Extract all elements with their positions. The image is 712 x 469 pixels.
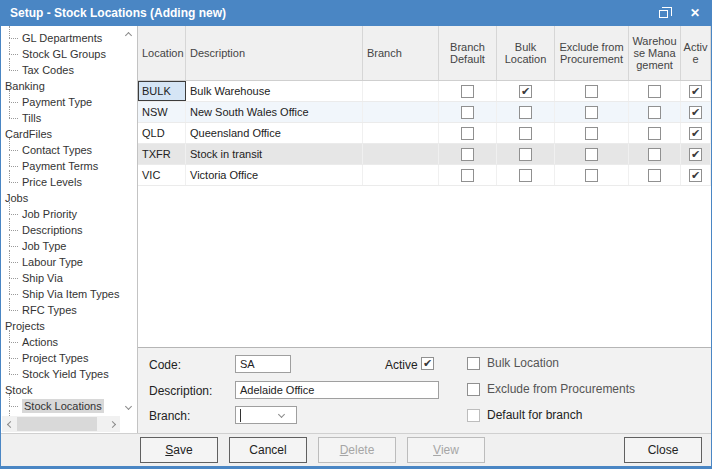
table-row-vic[interactable]: VIC Victoria Office (138, 165, 711, 186)
cell-branch[interactable] (363, 123, 439, 143)
sidebar-item-contact-types[interactable]: Contact Types (9, 142, 119, 158)
sidebar-item-payment-type[interactable]: Payment Type (9, 94, 119, 110)
cell-branch-default[interactable] (439, 123, 497, 143)
cell-branch[interactable] (363, 102, 439, 122)
sidebar-item-stock-gl-groups[interactable]: Stock GL Groups (9, 46, 119, 62)
cell-branch[interactable] (363, 81, 439, 101)
cell-warehouse-management[interactable] (629, 123, 681, 143)
cell-exclude-from-procurement[interactable] (555, 144, 629, 164)
cell-description[interactable]: New South Wales Office (186, 102, 363, 122)
cell-exclude-from-procurement[interactable] (555, 81, 629, 101)
sidebar-horizontal-scrollbar[interactable] (2, 416, 120, 432)
active-checkbox[interactable] (421, 357, 434, 370)
branch-combobox[interactable] (235, 406, 297, 424)
sidebar-item-rfc-types[interactable]: RFC Types (9, 302, 119, 318)
cell-exclude-from-procurement[interactable] (555, 102, 629, 122)
branch-default-checkbox[interactable] (461, 85, 474, 98)
active-checkbox[interactable] (689, 169, 702, 182)
exclude-checkbox[interactable] (585, 127, 598, 140)
sidebar-item-labour-type[interactable]: Labour Type (9, 254, 119, 270)
warehouse-checkbox[interactable] (648, 106, 661, 119)
branch-default-checkbox[interactable] (461, 169, 474, 182)
column-header-warehouse-management[interactable]: Warehouse Management (629, 26, 681, 80)
cell-description[interactable]: Stock in transit (186, 144, 363, 164)
table-row-bulk[interactable]: BULK Bulk Warehouse (138, 81, 711, 102)
sidebar-group-cardfiles[interactable]: CardFiles (1, 126, 119, 142)
cell-bulk-location[interactable] (497, 102, 555, 122)
sidebar-item-price-levels[interactable]: Price Levels (9, 174, 119, 190)
scrollbar-thumb[interactable] (17, 417, 97, 431)
cell-warehouse-management[interactable] (629, 81, 681, 101)
bulk-location-checkbox[interactable] (519, 127, 532, 140)
sidebar-group-projects[interactable]: Projects (1, 318, 119, 334)
sidebar-item-stock-locations[interactable]: Stock Locations (9, 398, 119, 414)
exclude-procurements-option[interactable]: Exclude from Procurements (467, 382, 635, 396)
sidebar-item-payment-terms[interactable]: Payment Terms (9, 158, 119, 174)
cancel-button[interactable]: Cancel (229, 437, 307, 463)
column-header-description[interactable]: Description (186, 26, 363, 80)
scroll-down-button[interactable] (122, 400, 136, 414)
sidebar-item-project-types[interactable]: Project Types (9, 350, 119, 366)
cell-branch[interactable] (363, 144, 439, 164)
delete-button[interactable]: Delete (318, 437, 396, 463)
close-button-bottom[interactable]: Close (624, 437, 702, 463)
active-checkbox[interactable] (689, 85, 702, 98)
column-header-exclude-from-procurement[interactable]: Exclude from Procurement (555, 26, 629, 80)
sidebar-vertical-scrollbar[interactable] (121, 27, 136, 414)
branch-default-checkbox[interactable] (461, 106, 474, 119)
sidebar-group-stock[interactable]: Stock (1, 382, 119, 398)
description-input[interactable]: Adelaide Office (235, 381, 439, 399)
sidebar-item-gl-departments[interactable]: GL Departments (9, 30, 119, 46)
column-header-active[interactable]: Active (681, 26, 711, 80)
cell-active[interactable] (681, 102, 711, 122)
cell-bulk-location[interactable] (497, 81, 555, 101)
cell-bulk-location[interactable] (497, 123, 555, 143)
sidebar-item-tills[interactable]: Tills (9, 110, 119, 126)
cell-location[interactable]: VIC (138, 165, 186, 185)
cell-exclude-from-procurement[interactable] (555, 123, 629, 143)
bulk-location-checkbox[interactable] (519, 169, 532, 182)
cell-location[interactable]: TXFR (138, 144, 186, 164)
exclude-checkbox[interactable] (585, 106, 598, 119)
cell-active[interactable] (681, 144, 711, 164)
default-for-branch-option[interactable]: Default for branch (467, 408, 582, 422)
cell-branch-default[interactable] (439, 144, 497, 164)
default-for-branch-checkbox[interactable] (467, 409, 480, 422)
sidebar-item-ship-via[interactable]: Ship Via (9, 270, 119, 286)
cell-warehouse-management[interactable] (629, 102, 681, 122)
sidebar-group-jobs[interactable]: Jobs (1, 190, 119, 206)
cell-warehouse-management[interactable] (629, 165, 681, 185)
cell-bulk-location[interactable] (497, 144, 555, 164)
cell-active[interactable] (681, 165, 711, 185)
cell-warehouse-management[interactable] (629, 144, 681, 164)
cell-description[interactable]: Bulk Warehouse (186, 81, 363, 101)
table-row-nsw[interactable]: NSW New South Wales Office (138, 102, 711, 123)
table-row-txfr[interactable]: TXFR Stock in transit (138, 144, 711, 165)
cell-location[interactable]: QLD (138, 123, 186, 143)
warehouse-checkbox[interactable] (648, 148, 661, 161)
cell-branch-default[interactable] (439, 102, 497, 122)
cell-active[interactable] (681, 123, 711, 143)
bulk-location-option[interactable]: Bulk Location (467, 356, 559, 370)
bulk-location-checkbox[interactable] (519, 106, 532, 119)
active-checkbox[interactable] (689, 148, 702, 161)
column-header-bulk-location[interactable]: Bulk Location (497, 26, 555, 80)
sidebar-item-ship-via-item-types[interactable]: Ship Via Item Types (9, 286, 119, 302)
sidebar-item-actions[interactable]: Actions (9, 334, 119, 350)
branch-default-checkbox[interactable] (461, 127, 474, 140)
warehouse-checkbox[interactable] (648, 169, 661, 182)
bulk-location-checkbox[interactable] (519, 148, 532, 161)
scroll-up-button[interactable] (122, 27, 136, 41)
sidebar-item-job-type[interactable]: Job Type (9, 238, 119, 254)
cell-branch-default[interactable] (439, 165, 497, 185)
bulk-location-checkbox[interactable] (467, 357, 480, 370)
exclude-checkbox[interactable] (585, 148, 598, 161)
column-header-branch-default[interactable]: Branch Default (439, 26, 497, 80)
column-header-branch[interactable]: Branch (363, 26, 439, 80)
sidebar-group-banking[interactable]: Banking (1, 78, 119, 94)
exclude-checkbox[interactable] (585, 169, 598, 182)
table-row-qld[interactable]: QLD Queensland Office (138, 123, 711, 144)
active-checkbox[interactable] (689, 106, 702, 119)
close-button[interactable]: ✕ (679, 2, 711, 24)
cell-branch-default[interactable] (439, 81, 497, 101)
